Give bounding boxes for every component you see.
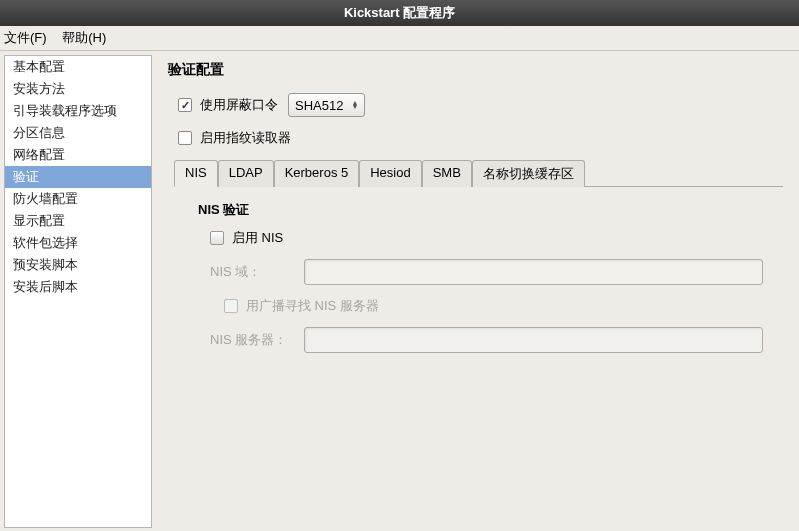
- sidebar-item-install[interactable]: 安装方法: [5, 78, 151, 100]
- menubar: 文件(F) 帮助(H): [0, 26, 799, 51]
- fingerprint-checkbox[interactable]: [178, 131, 192, 145]
- updown-icon: ▲▼: [351, 101, 358, 109]
- fingerprint-label: 启用指纹读取器: [200, 129, 291, 147]
- sidebar-item-packages[interactable]: 软件包选择: [5, 232, 151, 254]
- nis-server-row: NIS 服务器：: [210, 327, 763, 353]
- sidebar-item-network[interactable]: 网络配置: [5, 144, 151, 166]
- sidebar-item-bootloader[interactable]: 引导装载程序选项: [5, 100, 151, 122]
- nis-section-title: NIS 验证: [198, 201, 763, 219]
- content-pane: 验证配置 使用屏蔽口令 SHA512 ▲▼ 启用指纹读取器 NIS LDAP K…: [152, 51, 799, 531]
- nis-domain-label: NIS 域：: [210, 263, 300, 281]
- sidebar-item-postscript[interactable]: 安装后脚本: [5, 276, 151, 298]
- section-title: 验证配置: [168, 61, 783, 79]
- nis-server-input[interactable]: [304, 327, 763, 353]
- enable-nis-label: 启用 NIS: [232, 229, 283, 247]
- tab-nscd[interactable]: 名称切换缓存区: [472, 160, 585, 187]
- nis-broadcast-label: 用广播寻找 NIS 服务器: [246, 297, 379, 315]
- tab-ldap[interactable]: LDAP: [218, 160, 274, 187]
- nis-server-label: NIS 服务器：: [210, 331, 300, 349]
- sidebar-item-display[interactable]: 显示配置: [5, 210, 151, 232]
- auth-tabs: NIS LDAP Kerberos 5 Hesiod SMB 名称切换缓存区: [174, 159, 783, 187]
- sidebar-item-firewall[interactable]: 防火墙配置: [5, 188, 151, 210]
- hash-algorithm-select[interactable]: SHA512 ▲▼: [288, 93, 365, 117]
- sidebar-item-prescript[interactable]: 预安装脚本: [5, 254, 151, 276]
- tab-hesiod[interactable]: Hesiod: [359, 160, 421, 187]
- nis-broadcast-row: 用广播寻找 NIS 服务器: [224, 297, 763, 315]
- enable-nis-row: 启用 NIS: [210, 229, 763, 247]
- nis-broadcast-checkbox: [224, 299, 238, 313]
- window-titlebar: Kickstart 配置程序: [0, 0, 799, 26]
- tab-smb[interactable]: SMB: [422, 160, 472, 187]
- menu-file[interactable]: 文件(F): [4, 30, 47, 45]
- tab-nis[interactable]: NIS: [174, 160, 218, 187]
- hash-algorithm-value: SHA512: [295, 98, 343, 113]
- sidebar: 基本配置 安装方法 引导装载程序选项 分区信息 网络配置 验证 防火墙配置 显示…: [4, 55, 152, 528]
- nis-tab-content: NIS 验证 启用 NIS NIS 域： 用广播寻找 NIS 服务器 NIS 服…: [174, 187, 783, 379]
- nis-domain-row: NIS 域：: [210, 259, 763, 285]
- sidebar-item-partition[interactable]: 分区信息: [5, 122, 151, 144]
- shadow-password-checkbox[interactable]: [178, 98, 192, 112]
- sidebar-item-basic[interactable]: 基本配置: [5, 56, 151, 78]
- window-title: Kickstart 配置程序: [344, 5, 455, 20]
- menu-help[interactable]: 帮助(H): [62, 30, 106, 45]
- shadow-password-row: 使用屏蔽口令 SHA512 ▲▼: [178, 93, 783, 117]
- enable-nis-checkbox[interactable]: [210, 231, 224, 245]
- main-area: 基本配置 安装方法 引导装载程序选项 分区信息 网络配置 验证 防火墙配置 显示…: [0, 51, 799, 531]
- tab-kerberos[interactable]: Kerberos 5: [274, 160, 360, 187]
- shadow-password-label: 使用屏蔽口令: [200, 96, 278, 114]
- fingerprint-row: 启用指纹读取器: [178, 129, 783, 147]
- nis-domain-input[interactable]: [304, 259, 763, 285]
- sidebar-item-auth[interactable]: 验证: [5, 166, 151, 188]
